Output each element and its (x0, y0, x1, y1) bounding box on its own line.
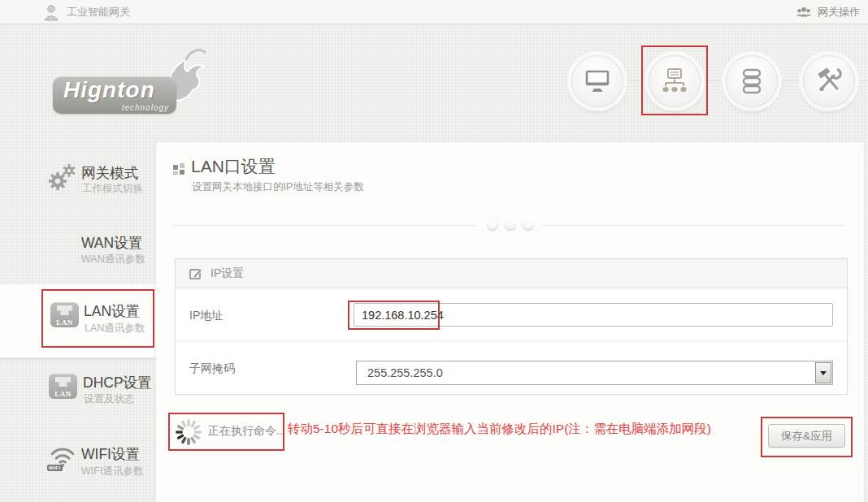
app-title: 工业智能网关 (67, 5, 130, 19)
ip-address-input[interactable] (354, 303, 833, 327)
logo-plate: Hignton technology (53, 76, 176, 114)
chevron-down-icon (820, 371, 827, 375)
sidebar-item-dhcp[interactable]: LAN DHCP设置 设置及状态 (0, 367, 156, 409)
sidebar-label: LAN设置 (84, 301, 140, 321)
tools-icon (814, 67, 844, 96)
nav-network-button[interactable] (649, 55, 701, 107)
sidebar-item-wan[interactable]: WAN设置 WAN通讯参数 (0, 227, 156, 270)
wifi-icon: WIFI (47, 444, 78, 473)
carousel-dot[interactable] (505, 219, 515, 230)
ip-address-row: IP地址 (176, 289, 847, 341)
panel-title: IP设置 (210, 266, 244, 281)
user-icon (42, 3, 60, 21)
sidebar-label: 网关模式 (81, 163, 138, 183)
nav-tools-button[interactable] (803, 55, 855, 107)
sidebar-label: WAN设置 (81, 233, 142, 253)
brand-tagline: technology (122, 103, 169, 112)
network-topology-icon (659, 67, 690, 96)
sidebar-item-gateway-mode[interactable]: 网关模式 工作模式切换 (0, 156, 156, 198)
carousel-dot[interactable] (523, 219, 533, 230)
nav-status-button[interactable] (571, 55, 623, 107)
panel-header: IP设置 (176, 259, 847, 288)
brand-name: Hignton (63, 77, 155, 103)
carousel-dot[interactable] (487, 219, 497, 230)
ip-change-note: 转动5-10秒后可直接在浏览器输入当前修改后的IP(注：需在电脑端添加网段) (288, 421, 711, 438)
main-content: LAN口设置 设置网关本地接口的IP地址等相关参数 IP设置 IP地址 (156, 142, 864, 502)
monitor-icon (583, 67, 612, 95)
section-grid-icon (173, 163, 186, 180)
subnet-mask-select[interactable]: 255.255.255.0 (356, 361, 833, 385)
sidebar-label: WIFI设置 (81, 444, 140, 464)
subnet-mask-label: 子网掩码 (189, 361, 235, 376)
users-group-icon (795, 4, 813, 20)
sidebar-item-lan[interactable]: LAN LAN设置 LAN通讯参数 (0, 284, 156, 357)
subnet-mask-value: 255.255.255.0 (357, 366, 814, 379)
edit-icon (189, 266, 203, 281)
nav-data-button[interactable] (726, 55, 778, 107)
sidebar-sublabel: WAN通讯参数 (81, 253, 145, 266)
ip-settings-panel: IP设置 IP地址 子网掩码 255.255.255.0 (175, 258, 848, 395)
gears-icon (46, 161, 80, 198)
sidebar-sublabel: LAN通讯参数 (85, 322, 145, 335)
sidebar-sublabel: 设置及状态 (84, 392, 135, 406)
ip-address-label: IP地址 (189, 309, 223, 323)
brand-logo: Hignton technology (50, 45, 209, 128)
carousel-dots (477, 219, 543, 230)
select-dropdown-button[interactable] (815, 362, 831, 383)
sidebar-sublabel: 工作模式切换 (82, 182, 143, 196)
status-text: 正在执行命令... (208, 424, 286, 439)
page-title: LAN口设置 (191, 155, 276, 178)
subnet-mask-row: 子网掩码 255.255.255.0 (176, 342, 847, 395)
gateway-actions-label: 网关操作 (818, 5, 860, 19)
gateway-config-page: 工业智能网关 网关操作 Hignton technology (0, 0, 868, 502)
top-bar: 工业智能网关 网关操作 (0, 0, 868, 24)
sidebar-label: DHCP设置 (83, 373, 152, 392)
database-stack-icon (737, 67, 766, 96)
top-bar-left: 工业智能网关 (42, 3, 130, 21)
lan-port-icon: LAN (50, 302, 79, 327)
save-apply-button[interactable]: 保存&应用 (768, 424, 845, 448)
sidebar-item-wifi[interactable]: WIFI WIFI设置 WIFI通讯参数 (0, 439, 156, 484)
page-subtitle: 设置网关本地接口的IP地址等相关参数 (192, 180, 364, 194)
gateway-actions-button[interactable]: 网关操作 (795, 4, 860, 20)
loading-spinner-icon (174, 418, 203, 450)
lan-port-icon: LAN (49, 374, 77, 399)
sidebar-sublabel: WIFI通讯参数 (81, 465, 143, 478)
